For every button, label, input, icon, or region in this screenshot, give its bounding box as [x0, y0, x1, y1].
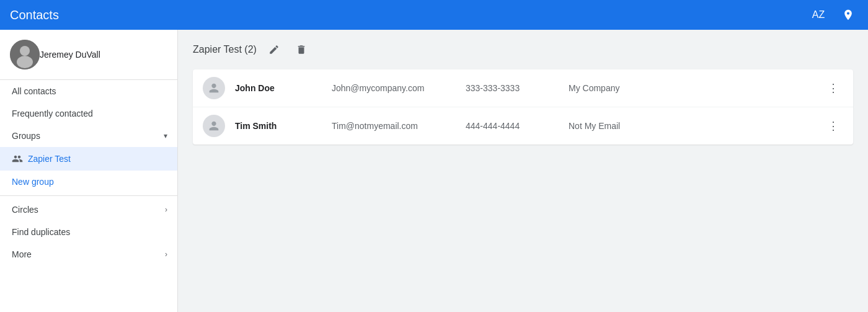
contact-avatar [203, 77, 225, 99]
header-icons: AZ [808, 5, 858, 25]
app-title: Contacts [10, 8, 59, 22]
sidebar-item-frequently-contacted[interactable]: Frequently contacted [0, 102, 177, 125]
sidebar-item-circles[interactable]: Circles › [0, 198, 177, 221]
edit-icon [268, 44, 280, 55]
contact-phone: 333-333-3333 [466, 83, 559, 93]
contact-email: Tim@notmyemail.com [332, 121, 456, 131]
location-icon[interactable] [838, 5, 858, 25]
contact-more-button[interactable]: ⋮ [823, 78, 843, 98]
main-layout: Jeremey DuVall All contacts Frequently c… [0, 30, 868, 312]
app-header: Contacts AZ [0, 0, 868, 30]
more-arrow-icon: › [165, 250, 167, 259]
contact-row[interactable]: John Doe John@mycompany.com 333-333-3333… [193, 69, 853, 107]
contact-email: John@mycompany.com [332, 83, 456, 93]
groups-chevron-icon: ▾ [164, 131, 167, 140]
sidebar-item-find-duplicates[interactable]: Find duplicates [0, 221, 177, 243]
content-area: Zapier Test (2) John Doe John@mycompany.… [178, 30, 868, 312]
content-header: Zapier Test (2) [193, 40, 853, 60]
group-icon [12, 153, 23, 164]
sidebar-item-zapier-test[interactable]: Zapier Test [0, 147, 177, 171]
avatar-button[interactable]: AZ [808, 5, 828, 25]
svg-point-1 [20, 46, 30, 56]
contact-name: John Doe [235, 83, 322, 93]
person-icon [207, 119, 221, 133]
contact-company: Not My Email [569, 121, 813, 131]
contact-more-button[interactable]: ⋮ [823, 116, 843, 136]
avatar [10, 40, 40, 69]
edit-button[interactable] [264, 40, 284, 60]
delete-button[interactable] [291, 40, 311, 60]
sidebar-item-more[interactable]: More › [0, 243, 177, 265]
svg-point-2 [17, 56, 33, 68]
contact-row[interactable]: Tim Smith Tim@notmyemail.com 444-444-444… [193, 107, 853, 145]
contact-company: My Company [569, 83, 813, 93]
delete-icon [296, 44, 307, 55]
sidebar: Jeremey DuVall All contacts Frequently c… [0, 30, 178, 312]
person-icon [207, 81, 221, 95]
divider [0, 195, 177, 196]
contact-name: Tim Smith [235, 121, 322, 131]
contacts-table: John Doe John@mycompany.com 333-333-3333… [193, 69, 853, 145]
profile-section: Jeremey DuVall [0, 30, 177, 80]
contact-phone: 444-444-4444 [466, 121, 559, 131]
profile-name: Jeremey DuVall [40, 50, 100, 60]
sidebar-item-groups[interactable]: Groups ▾ [0, 125, 177, 147]
content-title: Zapier Test (2) [193, 44, 257, 55]
circles-arrow-icon: › [165, 205, 167, 214]
contact-avatar [203, 115, 225, 137]
new-group-button[interactable]: New group [0, 171, 177, 193]
sidebar-item-all-contacts[interactable]: All contacts [0, 80, 177, 102]
